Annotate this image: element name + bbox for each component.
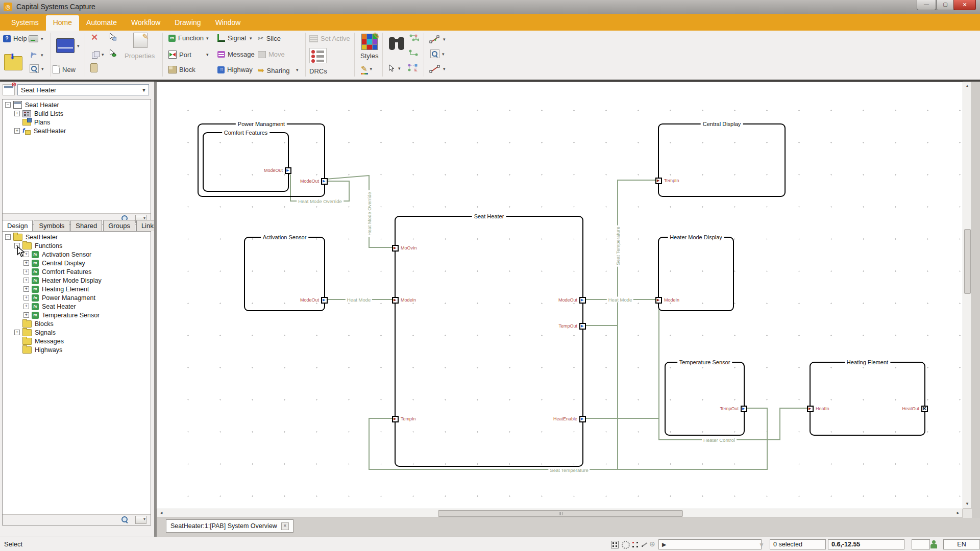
panel-view-options-button[interactable] — [135, 516, 146, 524]
print-button[interactable]: ▾ — [29, 35, 43, 42]
combobox-dropdown-icon[interactable]: ▼ — [141, 85, 146, 96]
open-import-button[interactable] — [4, 56, 22, 70]
undo-button[interactable]: ▾ — [30, 52, 43, 59]
filter-icon[interactable]: ▼ — [758, 541, 765, 548]
slice-button[interactable]: ✂ Slice — [258, 34, 281, 42]
tree-expand-icon[interactable]: + — [23, 286, 29, 292]
block-temperature-sensor[interactable]: Temperature Sensor▶TempOut — [665, 362, 745, 436]
sharing-dropdown-icon[interactable]: ▾ — [296, 67, 299, 72]
zoom-dropdown-icon[interactable]: ▾ — [41, 66, 44, 71]
menu-item-workflow[interactable]: Workflow — [124, 15, 167, 31]
zoom-area-dropdown-icon[interactable]: ▾ — [442, 52, 445, 57]
document-tab-close-icon[interactable]: ✕ — [281, 522, 289, 530]
tree-item-temperature-sensor[interactable]: +fnTemperature Sensor — [3, 311, 151, 319]
message-button[interactable]: Message — [217, 51, 255, 58]
tree-item-messages[interactable]: Messages — [3, 337, 151, 345]
highway-button[interactable]: ↑↑ Highway — [217, 66, 253, 73]
paste-button[interactable] — [90, 63, 97, 72]
format-painter-dropdown-icon[interactable]: ▾ — [370, 66, 373, 71]
design-scope-icon[interactable] — [3, 84, 15, 95]
port-seat-heater-tempout[interactable]: ▶ — [579, 323, 586, 330]
tree-expand-icon[interactable]: + — [23, 269, 29, 274]
delete-button[interactable]: ✕ — [91, 34, 98, 42]
drcs-button[interactable] — [309, 48, 327, 63]
tree-item-comfort-features[interactable]: +fnComfort Features — [3, 267, 151, 276]
port-activation-sensor-modeout[interactable]: ▶ — [321, 297, 328, 304]
tree-item-heating-element[interactable]: +fnHeating Element — [3, 285, 151, 293]
port-seat-heater-modeout[interactable]: ▶ — [579, 297, 586, 304]
select-copy-tool[interactable] — [109, 33, 116, 41]
tree-item-signals[interactable]: +Signals — [3, 328, 151, 337]
port-seat-heater-moovin[interactable]: ▶ — [392, 245, 399, 252]
tree-expand-icon[interactable]: − — [5, 234, 11, 240]
properties-button[interactable] — [133, 33, 148, 48]
signal-button[interactable]: Signal — [217, 34, 246, 42]
tab-design[interactable]: Design — [2, 220, 33, 232]
port-heating-element-heatin[interactable]: ▶ — [807, 406, 814, 412]
tree-expand-icon[interactable]: + — [23, 295, 29, 300]
port-heater-mode-display-modein[interactable]: ▶ — [655, 297, 662, 304]
move-button[interactable]: Move — [258, 51, 285, 58]
dots-mode-icon[interactable] — [632, 541, 639, 547]
horizontal-scroll-thumb[interactable] — [438, 510, 683, 517]
menu-item-automate[interactable]: Automate — [79, 15, 124, 31]
tree-expand-icon[interactable]: + — [23, 312, 29, 318]
block-central-display[interactable]: Central Display▶TempIn — [658, 123, 786, 197]
close-button[interactable]: ✕ — [953, 0, 976, 10]
port-heating-element-heatout[interactable]: ▶✕ — [921, 406, 928, 412]
block-style-dropdown-icon[interactable]: ▾ — [77, 43, 80, 48]
undo-dropdown-icon[interactable]: ▾ — [41, 53, 43, 58]
copy-dropdown-icon[interactable]: ▾ — [102, 52, 104, 57]
port-dropdown-icon[interactable]: ▾ — [206, 52, 209, 57]
script-run-box[interactable] — [658, 539, 762, 549]
block-seat-heater[interactable]: Seat Heater▶MoOvIn▶ModeIn▶TempIn▶ModeOut… — [395, 216, 583, 467]
scroll-left-icon[interactable]: ◄ — [157, 509, 165, 517]
zoom-area-button[interactable]: ▾ — [430, 49, 445, 58]
function-dropdown-icon[interactable]: ▾ — [206, 36, 209, 41]
select-move-tool[interactable] — [109, 49, 116, 57]
expand-topology-button[interactable] — [409, 34, 419, 43]
new-button[interactable]: New — [53, 65, 76, 73]
tab-groups[interactable]: Groups — [103, 220, 135, 231]
tree-item-seatheater[interactable]: −SeatHeater — [3, 233, 151, 241]
menu-item-window[interactable]: Window — [208, 15, 248, 31]
tree-expand-icon[interactable]: + — [23, 260, 29, 266]
language-indicator[interactable]: EN — [943, 539, 980, 549]
block-heating-element[interactable]: Heating Element▶HeatIn▶✕HeatOut — [810, 362, 925, 436]
port-button[interactable]: Port — [168, 51, 191, 59]
tree-item-highways[interactable]: Highways — [3, 345, 151, 354]
scroll-up-icon[interactable]: ▲ — [963, 82, 971, 90]
tree-item-seat-heater[interactable]: +fnSeat Heater — [3, 302, 151, 311]
tree-expand-icon[interactable]: + — [14, 111, 20, 116]
document-tab[interactable]: SeatHeater:1:[PAB] System Overview ✕ — [166, 519, 293, 533]
block-heater-mode-display[interactable]: Heater Mode Display▶ModeIn — [658, 237, 734, 311]
menu-item-systems[interactable]: Systems — [4, 15, 46, 31]
tab-symbols[interactable]: Symbols — [34, 220, 69, 231]
route-wire-button[interactable]: ▾ — [429, 35, 446, 43]
lasso-select-icon[interactable] — [622, 541, 630, 549]
menu-item-home[interactable]: Home — [46, 15, 79, 31]
print-dropdown-icon[interactable]: ▾ — [41, 36, 43, 41]
snap-grid-icon[interactable] — [611, 541, 619, 548]
maximize-button[interactable]: ▢ — [936, 0, 954, 10]
crosshair-icon[interactable]: ⊕ — [649, 540, 655, 547]
design-selector-combobox[interactable]: Seat Heater ▼ — [17, 84, 149, 95]
tree-item-plans[interactable]: Plans — [3, 118, 151, 127]
sharing-button[interactable]: ➥ Sharing — [258, 66, 289, 75]
signal-dropdown-icon[interactable]: ▾ — [250, 36, 252, 41]
port-temperature-sensor-tempout[interactable]: ▶ — [741, 406, 747, 412]
block-activation-sensor[interactable]: Activation Sensor▶ModeOut — [244, 237, 325, 311]
tree-expand-icon[interactable]: − — [5, 102, 11, 108]
select-tool-button[interactable]: ▾ — [388, 64, 401, 72]
port-seat-heater-tempin[interactable]: ▶ — [392, 416, 399, 422]
panel-search-icon[interactable] — [121, 516, 128, 523]
vertical-scrollbar[interactable]: ▲ ▼ — [963, 82, 972, 509]
scroll-right-icon[interactable]: ► — [954, 509, 962, 517]
vertical-scroll-thumb[interactable] — [964, 229, 971, 294]
port-comfort-features-modeout[interactable]: ▶ — [285, 167, 291, 174]
tree-item-build-lists[interactable]: +Build Lists — [3, 109, 151, 118]
port-power-managment-modeout[interactable]: ▶ — [321, 178, 328, 185]
block-style-button[interactable]: ▾ — [56, 38, 80, 53]
tree-expand-icon[interactable]: + — [14, 128, 20, 134]
tree-item-blocks[interactable]: Blocks — [3, 319, 151, 328]
